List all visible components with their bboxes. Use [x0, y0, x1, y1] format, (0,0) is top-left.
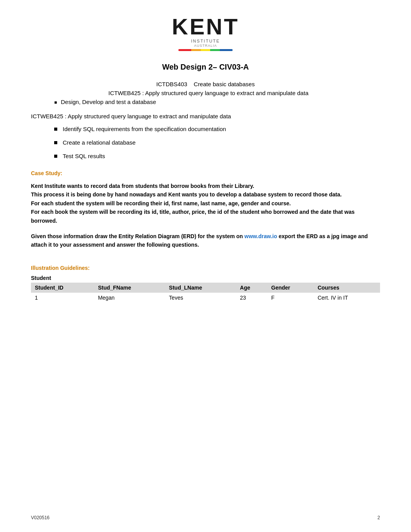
- bullet-list: Identify SQL requirements from the speci…: [54, 126, 380, 159]
- ictweb-indent-line: ICTWEB425 : Apply structured query langu…: [108, 90, 380, 96]
- list-item-1-text: Identify SQL requirements from the speci…: [63, 126, 226, 132]
- stripe-red: [178, 49, 191, 51]
- australia-text: AUSTRALIA: [194, 44, 217, 48]
- erd-link[interactable]: www.draw.io: [245, 233, 277, 239]
- color-stripe: [178, 49, 233, 51]
- subtitle-text: CIV03-A: [219, 63, 249, 71]
- list-item-2: Create a relational database: [54, 139, 380, 146]
- case-line-3: For each student the system will be reco…: [31, 199, 380, 208]
- bullet-icon-3: [54, 155, 57, 158]
- cell-fname: Megan: [94, 293, 165, 303]
- student-table-body: 1 Megan Teves 23 F Cert. IV in IT: [31, 293, 380, 303]
- col-age: Age: [236, 283, 267, 293]
- logo: KENT INSTITUTE AUSTRALIA: [172, 15, 239, 51]
- footer-page: 2: [377, 515, 380, 520]
- list-item-2-text: Create a relational database: [63, 139, 135, 146]
- title-section: Web Design 2– CIV03-A: [31, 63, 380, 72]
- stripe-blue: [220, 49, 233, 51]
- col-fname: Stud_FName: [94, 283, 165, 293]
- cell-courses: Cert. IV in IT: [314, 293, 380, 303]
- course-code-1: ICTDBS403: [156, 81, 187, 87]
- logo-area: KENT INSTITUTE AUSTRALIA: [31, 15, 380, 51]
- bullet-icon: ■: [54, 100, 57, 105]
- footer-version: V020516: [31, 515, 50, 520]
- student-table: Student_ID Stud_FName Stud_LName Age Gen…: [31, 283, 380, 303]
- cell-lname: Teves: [165, 293, 236, 303]
- col-student-id: Student_ID: [31, 283, 94, 293]
- illustration-label: Illustration Guidelines:: [31, 265, 380, 271]
- title-text: Web Design 2–: [162, 63, 217, 71]
- case-study-body: Kent Institute wants to record data from…: [31, 182, 380, 225]
- course-desc-2: : Apply structured query language to ext…: [142, 90, 308, 96]
- list-item-1: Identify SQL requirements from the speci…: [54, 126, 380, 132]
- erd-prefix: Given those information draw the Entity …: [31, 233, 243, 239]
- stripe-green: [210, 49, 220, 51]
- col-gender: Gender: [267, 283, 314, 293]
- course-code-2: ICTWEB425: [108, 90, 140, 96]
- cell-gender: F: [267, 293, 314, 303]
- case-study-label: Case Study:: [31, 170, 380, 176]
- list-item-3-text: Test SQL results: [63, 153, 105, 159]
- course-label-1: Create basic databases: [194, 81, 255, 87]
- col-lname: Stud_LName: [165, 283, 236, 293]
- list-item-3: Test SQL results: [54, 153, 380, 159]
- kent-text: KENT: [172, 15, 239, 38]
- ictweb-heading: ICTWEB425 : Apply structured query langu…: [31, 113, 380, 119]
- page: KENT INSTITUTE AUSTRALIA Web Design 2– C…: [0, 0, 411, 532]
- student-table-head: Student_ID Stud_FName Stud_LName Age Gen…: [31, 283, 380, 293]
- case-line-2: This process it is being done by hand no…: [31, 190, 380, 199]
- bullet-icon-2: [54, 141, 57, 144]
- stripe-orange: [191, 49, 201, 51]
- institute-text: INSTITUTE: [191, 39, 220, 43]
- col-courses: Courses: [314, 283, 380, 293]
- footer: V020516 2: [31, 515, 380, 520]
- table-row: 1 Megan Teves 23 F Cert. IV in IT: [31, 293, 380, 303]
- stripe-yellow: [201, 49, 211, 51]
- page-title: Web Design 2– CIV03-A: [31, 63, 380, 72]
- bullet-design: ■ Design, Develop and test a database: [54, 99, 380, 105]
- bullet-design-text: Design, Develop and test a database: [61, 99, 156, 105]
- table-header-row: Student_ID Stud_FName Stud_LName Age Gen…: [31, 283, 380, 293]
- student-table-label: Student: [31, 275, 380, 281]
- bullet-icon-1: [54, 128, 57, 131]
- case-line-4: For each book the system will be recordi…: [31, 208, 380, 225]
- cell-age: 23: [236, 293, 267, 303]
- erd-line: Given those information draw the Entity …: [31, 232, 380, 249]
- course-line-1: ICTDBS403 Create basic databases: [31, 81, 380, 87]
- cell-student-id: 1: [31, 293, 94, 303]
- case-line-1: Kent Institute wants to record data from…: [31, 182, 380, 190]
